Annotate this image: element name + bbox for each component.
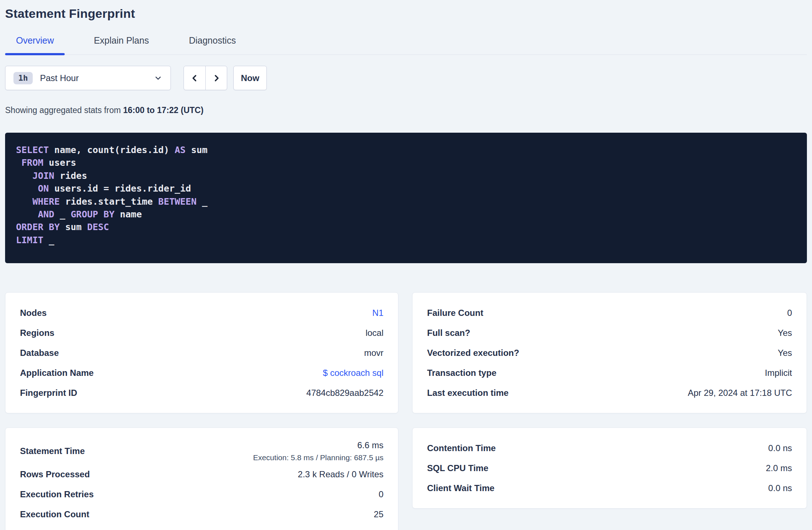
stat-row: Rows Processed2.3 k Reads / 0 Writes [20,464,383,484]
stat-row: Contention Time0.0 ns [427,438,792,458]
time-range-dropdown[interactable]: 1h Past Hour [5,66,171,90]
sql-line: LIMIT _ [16,234,796,246]
stat-value: 0 [379,489,383,499]
stat-row: Fingerprint ID4784cb829aab2542 [20,383,383,403]
sql-keyword: BETWEEN [158,196,196,207]
stat-label: Execution Retries [20,489,94,499]
stat-label: Fingerprint ID [20,388,77,398]
stat-label: Contention Time [427,443,496,453]
stat-value-group: 0.0 ns [768,481,792,495]
tab-bar: Overview Explain Plans Diagnostics [5,35,807,55]
stat-label: SQL CPU Time [427,463,489,473]
stat-value-group: Yes [778,326,792,340]
stat-row: Regionslocal [20,323,383,343]
stat-value-group: local [366,326,383,340]
stat-value-link[interactable]: N1 [372,308,383,318]
sql-line: ON users.id = rides.rider_id [16,182,796,195]
stat-value-group: Apr 29, 2024 at 17:18 UTC [688,386,792,400]
stat-label: Last execution time [427,388,508,398]
stat-label: Full scan? [427,328,470,338]
sql-line: SELECT name, count(rides.id) AS sum [16,144,796,156]
chevron-left-icon [190,73,200,83]
aggregated-stats-line: Showing aggregated stats from 16:00 to 1… [5,105,807,115]
stat-row: Client Wait Time0.0 ns [427,478,792,498]
stat-value: Apr 29, 2024 at 17:18 UTC [688,388,792,398]
now-button[interactable]: Now [233,66,267,90]
sql-token: rides [54,170,87,181]
stat-value: Implicit [765,368,792,378]
stat-row: NodesN1 [20,303,383,323]
tab-diagnostics[interactable]: Diagnostics [178,35,247,55]
tab-overview[interactable]: Overview [5,35,65,55]
stat-value: movr [364,348,383,358]
sql-token [16,183,38,194]
stat-label: Client Wait Time [427,483,494,493]
stat-label: Regions [20,328,55,338]
sql-keyword: WHERE [32,196,60,207]
stat-label: Rows Processed [20,469,90,479]
tab-explain-plans[interactable]: Explain Plans [83,35,160,55]
sql-keyword: AND [38,209,54,220]
stat-value-group: Implicit [765,366,792,380]
sql-keyword: FROM [21,157,43,168]
stat-row: Full scan?Yes [427,323,792,343]
time-step-buttons [184,66,227,90]
time-controls: 1h Past Hour Now [5,66,807,90]
chevron-down-icon [154,74,162,83]
stat-value: 0 [787,308,792,318]
stat-value-group: 0 [787,306,792,320]
stat-label: Transaction type [427,368,497,378]
stat-value: 2.0 ms [766,463,792,473]
sql-token: sum [60,222,87,232]
sql-token [16,196,32,207]
sql-keyword: DESC [87,222,109,232]
stat-value: 6.6 ms [253,440,383,450]
wait-times-card: Contention Time0.0 nsSQL CPU Time2.0 msC… [412,427,807,509]
stat-value-group: 6.6 msExecution: 5.8 ms / Planning: 687.… [253,438,383,464]
sql-token: name, count(rides.id) [49,145,174,155]
sql-keyword: GROUP BY [71,209,114,220]
sql-line: FROM users [16,156,796,169]
next-time-button[interactable] [205,66,227,90]
sql-token: name [114,209,142,220]
stat-row: Execution Count25 [20,504,383,524]
stat-value-group: 0 [379,487,383,502]
stat-value-group: 2.0 ms [766,461,792,475]
stat-value: 25 [374,509,383,519]
overview-details-card: NodesN1RegionslocalDatabasemovrApplicati… [5,292,398,413]
chevron-right-icon [211,73,221,83]
aggregated-stats-range: 16:00 to 17:22 (UTC) [123,105,204,115]
stats-cards: NodesN1RegionslocalDatabasemovrApplicati… [5,292,807,530]
sql-token: sum [186,145,208,155]
sql-keyword: AS [175,145,186,155]
time-range-label: Past Hour [40,73,154,83]
stat-value-link[interactable]: $ cockroach sql [323,368,383,378]
stat-row: Statement Time6.6 msExecution: 5.8 ms / … [20,438,383,464]
sql-keyword: JOIN [32,170,54,181]
stat-value-group: movr [364,346,383,360]
stat-label: Nodes [20,308,47,318]
sql-token [16,170,32,181]
stat-row: Last execution timeApr 29, 2024 at 17:18… [427,383,792,403]
aggregated-stats-prefix: Showing aggregated stats from [5,105,123,115]
stat-label: Statement Time [20,446,85,456]
sql-token: _ [43,235,54,245]
stat-row: SQL CPU Time2.0 ms [427,458,792,478]
stat-row: Failure Count0 [427,303,792,323]
prev-time-button[interactable] [184,66,205,90]
stat-row: Vectorized execution?Yes [427,343,792,363]
stat-label: Application Name [20,368,94,378]
sql-line: JOIN rides [16,169,796,182]
statement-times-card: Statement Time6.6 msExecution: 5.8 ms / … [5,427,398,530]
stat-value: Yes [778,348,792,358]
stat-value-group: N1 [372,306,383,320]
sql-token: users [43,157,76,168]
time-range-badge: 1h [13,72,33,84]
stat-label: Execution Count [20,509,89,519]
stat-label: Failure Count [427,308,483,318]
sql-line: AND _ GROUP BY name [16,208,796,221]
execution-attributes-card: Failure Count0Full scan?YesVectorized ex… [412,292,807,413]
stat-value: 0.0 ns [768,443,792,453]
stat-value: 2.3 k Reads / 0 Writes [298,469,383,479]
stat-value: local [366,328,383,338]
